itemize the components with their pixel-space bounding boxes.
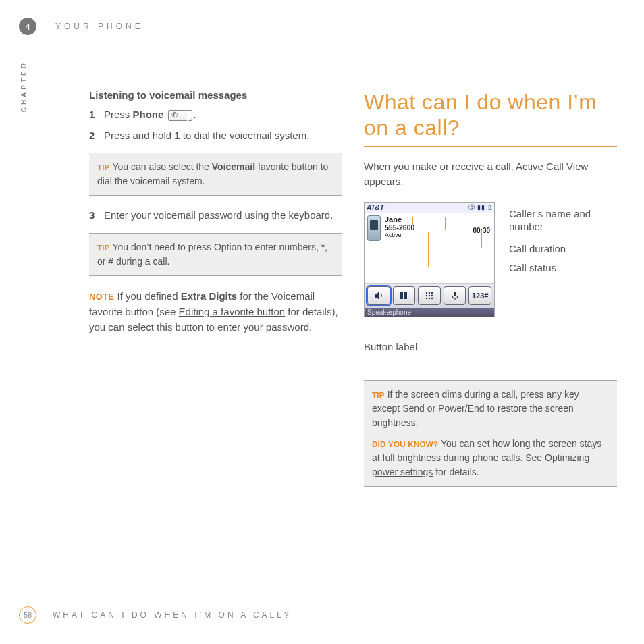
- carrier-label: AT&T: [367, 204, 384, 211]
- speaker-icon: [374, 291, 383, 300]
- svg-rect-13: [454, 292, 456, 296]
- chapter-number-badge: 4: [19, 18, 36, 35]
- callout-line: [412, 217, 445, 217]
- link-editing-favorite[interactable]: Editing a favorite button: [179, 306, 286, 317]
- svg-point-10: [426, 298, 427, 299]
- callout-status: Call status: [509, 261, 556, 275]
- device-mockup: AT&T ⓑ ▮▮ ▯ Jane 555-2600 Active 00:30: [364, 202, 495, 317]
- step-bold: Phone: [133, 109, 164, 120]
- callout-line: [481, 230, 482, 248]
- microphone-icon: [451, 291, 459, 300]
- svg-point-4: [426, 292, 427, 294]
- step-text: Press: [104, 109, 133, 120]
- step-text-end: to dial the voicemail system.: [180, 130, 310, 141]
- hold-button[interactable]: [393, 286, 416, 305]
- callout-line: [445, 217, 446, 230]
- did-you-know-lead: DID YOU KNOW?: [372, 440, 438, 448]
- svg-point-12: [431, 298, 433, 299]
- callout-line: [481, 248, 506, 248]
- chapter-side-label: CHAPTER: [20, 61, 28, 112]
- tip-lead: TIP: [97, 244, 110, 252]
- svg-point-11: [429, 298, 430, 299]
- footer-title: WHAT CAN I DO WHEN I’M ON A CALL?: [53, 610, 292, 620]
- callout-line: [445, 217, 506, 217]
- section-subhead: Listening to voicemail messages: [89, 89, 342, 101]
- section-heading: What can I do when I’m on a call?: [364, 89, 617, 141]
- mute-button[interactable]: [444, 286, 466, 305]
- step-1: 1 Press Phone .: [89, 107, 342, 123]
- callout-button-label: Button label: [364, 340, 417, 354]
- step-bold: 1: [174, 130, 180, 141]
- tip-box-1: TIP You can also select the Voicemail fa…: [89, 153, 342, 196]
- svg-point-6: [431, 292, 433, 294]
- dyk-text-end: for details.: [433, 466, 479, 477]
- tip-text: You don’t need to press Option to enter …: [97, 242, 327, 267]
- tip-text: You can also select the: [110, 161, 212, 172]
- tip-box-2: TIP You don’t need to press Option to en…: [89, 233, 342, 276]
- note-bold: Extra Digits: [181, 290, 237, 302]
- intro-paragraph: When you make or receive a call, Active …: [364, 159, 617, 190]
- svg-marker-1: [377, 292, 379, 300]
- device-figure: AT&T ⓑ ▮▮ ▯ Jane 555-2600 Active 00:30: [364, 202, 617, 337]
- step-number: 1: [89, 107, 104, 123]
- tip-text: If the screen dims during a call, press …: [372, 389, 579, 428]
- page-number-badge: 58: [19, 606, 36, 624]
- callout-caller: Caller’s name and number: [509, 207, 617, 234]
- svg-rect-0: [375, 294, 377, 298]
- device-button-label-bar: Speakerphone: [365, 308, 494, 317]
- step-text-end: .: [194, 109, 196, 120]
- svg-rect-3: [404, 292, 407, 299]
- callout-line: [412, 217, 413, 225]
- svg-point-7: [426, 295, 427, 296]
- callout-duration: Call duration: [509, 242, 566, 256]
- page-header: 4 YOUR PHONE: [19, 18, 144, 35]
- tip-lead: TIP: [372, 391, 385, 399]
- tip-lead: TIP: [97, 163, 110, 171]
- device-blank-area: [365, 244, 494, 284]
- dialpad-icon: [425, 292, 433, 300]
- svg-point-9: [431, 295, 433, 296]
- extra-digits-button[interactable]: 123#: [468, 286, 491, 305]
- svg-rect-2: [400, 292, 403, 299]
- heading-rule: [364, 146, 617, 147]
- device-button-row: 123#: [365, 284, 494, 308]
- step-number: 2: [89, 128, 104, 144]
- note-paragraph: NOTE If you defined Extra Digits for the…: [89, 288, 342, 336]
- page-footer: 58 WHAT CAN I DO WHEN I’M ON A CALL?: [19, 606, 292, 624]
- svg-point-5: [429, 292, 430, 294]
- note-lead: NOTE: [89, 292, 114, 302]
- header-title: YOUR PHONE: [55, 22, 144, 31]
- pause-icon: [400, 292, 408, 300]
- status-bar-icons: ⓑ ▮▮ ▯: [468, 203, 492, 212]
- callout-line: [428, 232, 429, 267]
- note-text: If you defined: [114, 290, 180, 302]
- speakerphone-button[interactable]: [367, 286, 390, 305]
- callout-line: [428, 267, 506, 267]
- step-text: Press and hold: [104, 130, 174, 141]
- tip-box-right: TIP If the screen dims during a call, pr…: [364, 380, 617, 487]
- step-3: 3 Enter your voicemail password using th…: [89, 208, 342, 223]
- step-2: 2 Press and hold 1 to dial the voicemail…: [89, 128, 342, 144]
- caller-photo-icon: [367, 215, 381, 241]
- step-text: Enter your voicemail password using the …: [104, 208, 342, 223]
- left-column: Listening to voicemail messages 1 Press …: [89, 89, 342, 499]
- right-column: What can I do when I’m on a call? When y…: [364, 89, 617, 499]
- svg-point-8: [429, 295, 430, 296]
- step-number: 3: [89, 208, 104, 223]
- tip-bold: Voicemail: [212, 161, 255, 172]
- dialpad-button[interactable]: [418, 286, 441, 305]
- callout-line: [379, 320, 379, 338]
- phone-key-icon: [168, 110, 192, 121]
